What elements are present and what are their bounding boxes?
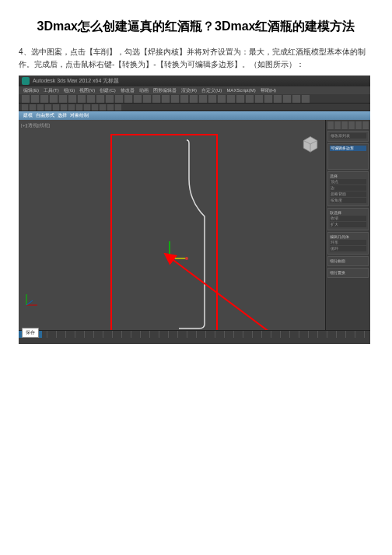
- tab-icon[interactable]: [355, 121, 362, 129]
- titlebar: Autodesk 3ds Max 2012 x64 无标题: [19, 76, 370, 86]
- param-row[interactable]: 边: [330, 185, 366, 191]
- rollout-header[interactable]: 细分曲面: [330, 258, 366, 263]
- menu-tools[interactable]: 工具(T): [44, 86, 59, 94]
- tool-icon[interactable]: [283, 95, 291, 103]
- tool-icon[interactable]: [68, 104, 75, 111]
- menu-script[interactable]: MAXScript(M): [226, 86, 255, 94]
- menu-help[interactable]: 帮助(H): [261, 86, 276, 94]
- tool-icon[interactable]: [264, 95, 272, 103]
- ribbon-tab[interactable]: 选择: [58, 111, 67, 120]
- secondary-toolbar[interactable]: [19, 104, 370, 111]
- tool-icon[interactable]: [76, 104, 82, 111]
- tool-icon[interactable]: [37, 104, 44, 111]
- menu-custom[interactable]: 自定义(U): [201, 86, 222, 94]
- rollout-header[interactable]: 细分置换: [330, 270, 366, 275]
- main-toolbar[interactable]: [19, 94, 370, 104]
- param-row[interactable]: 扩大: [330, 222, 366, 227]
- tool-icon[interactable]: [59, 95, 67, 103]
- panel-tabs[interactable]: [327, 121, 369, 129]
- menu-anim[interactable]: 动画: [139, 86, 149, 94]
- viewcube-icon[interactable]: [302, 135, 319, 153]
- rollout-header[interactable]: 软选择: [330, 210, 366, 215]
- modifier-list[interactable]: 修改器列表: [330, 133, 366, 139]
- tool-icon[interactable]: [115, 104, 121, 111]
- rollout-header[interactable]: 编辑几何体: [330, 234, 366, 239]
- tool-icon[interactable]: [292, 95, 300, 103]
- tab-icon[interactable]: [327, 121, 334, 129]
- tab-icon[interactable]: [334, 121, 341, 129]
- ribbon-tab[interactable]: 自由形式: [36, 111, 54, 120]
- tool-icon[interactable]: [107, 104, 114, 111]
- tool-icon[interactable]: [246, 95, 254, 103]
- tool-icon[interactable]: [68, 95, 76, 103]
- app-title: Autodesk 3ds Max 2012 x64 无标题: [33, 77, 119, 85]
- tool-icon[interactable]: [45, 104, 51, 111]
- ribbon-tab[interactable]: 建模: [23, 111, 33, 120]
- tool-icon[interactable]: [40, 95, 48, 103]
- menu-view[interactable]: 视图(V): [79, 86, 95, 94]
- tab-icon[interactable]: [341, 121, 348, 129]
- tool-icon[interactable]: [31, 95, 39, 103]
- menu-modifiers[interactable]: 修改器: [121, 86, 135, 94]
- tool-icon[interactable]: [134, 95, 142, 103]
- tool-icon[interactable]: [22, 95, 30, 103]
- tool-icon[interactable]: [106, 95, 114, 103]
- param-row[interactable]: 顶点: [330, 179, 366, 184]
- tool-icon[interactable]: [236, 95, 244, 103]
- ribbon-tab[interactable]: 对象绘制: [70, 111, 89, 120]
- tool-icon[interactable]: [30, 104, 36, 111]
- tab-icon[interactable]: [348, 121, 355, 129]
- param-row[interactable]: 按角度: [330, 198, 366, 203]
- app-icon: [22, 77, 30, 85]
- tool-icon[interactable]: [171, 95, 179, 103]
- tool-icon[interactable]: [53, 104, 59, 111]
- tool-icon[interactable]: [218, 95, 226, 103]
- param-row[interactable]: 收缩: [330, 216, 366, 221]
- rollout-header[interactable]: 选择: [330, 174, 366, 178]
- viewport-label: [+][透视][线框]: [21, 122, 51, 129]
- tool-icon[interactable]: [199, 95, 207, 103]
- ribbon[interactable]: 建模 自由形式 选择 对象绘制: [19, 111, 370, 120]
- tool-icon[interactable]: [190, 95, 198, 103]
- tool-icon[interactable]: [115, 95, 123, 103]
- world-axis-icon: [23, 291, 40, 308]
- tool-icon[interactable]: [87, 95, 95, 103]
- timeline[interactable]: [19, 330, 370, 344]
- screenshot: Autodesk 3ds Max 2012 x64 无标题 编辑(E) 工具(T…: [19, 76, 370, 344]
- param-row[interactable]: 循环: [330, 246, 366, 251]
- tool-icon[interactable]: [78, 95, 86, 103]
- article-title: 3Dmax怎么创建逼真的红酒瓶？3Dmax红酒瓶的建模方法: [19, 19, 373, 35]
- tool-icon[interactable]: [274, 95, 282, 103]
- menubar[interactable]: 编辑(E) 工具(T) 组(G) 视图(V) 创建(C) 修改器 动画 图形编辑…: [19, 86, 370, 94]
- menu-render[interactable]: 渲染(R): [181, 86, 197, 94]
- tool-icon[interactable]: [227, 95, 235, 103]
- tool-icon[interactable]: [143, 95, 151, 103]
- tab-icon[interactable]: [362, 121, 369, 129]
- command-panel[interactable]: 修改器列表 可编辑多边形 选择 顶点 边 忽略背面 按角度 软选择 收缩 扩大: [325, 120, 370, 330]
- tool-icon[interactable]: [124, 95, 132, 103]
- tool-icon[interactable]: [61, 104, 67, 111]
- tool-icon[interactable]: [96, 95, 104, 103]
- tool-icon[interactable]: [162, 95, 170, 103]
- menu-graph[interactable]: 图形编辑器: [153, 86, 177, 94]
- viewport[interactable]: [+][透视][线框]: [19, 120, 325, 330]
- tool-icon[interactable]: [208, 95, 216, 103]
- svg-line-9: [26, 300, 33, 305]
- tool-icon[interactable]: [84, 104, 90, 111]
- tool-icon[interactable]: [100, 104, 106, 111]
- timeline-ruler[interactable]: [19, 331, 370, 338]
- tool-icon[interactable]: [180, 95, 188, 103]
- menu-create[interactable]: 创建(C): [100, 86, 115, 94]
- tool-icon[interactable]: [255, 95, 263, 103]
- tool-icon[interactable]: [302, 95, 310, 103]
- menu-edit[interactable]: 编辑(E): [23, 86, 39, 94]
- tool-icon[interactable]: [92, 104, 98, 111]
- save-button[interactable]: 保存: [22, 328, 39, 338]
- param-row[interactable]: 忽略背面: [330, 191, 366, 197]
- menu-group[interactable]: 组(G): [64, 86, 75, 94]
- stack-item[interactable]: 可编辑多边形: [330, 146, 366, 151]
- tool-icon[interactable]: [22, 104, 28, 111]
- tool-icon[interactable]: [50, 95, 58, 103]
- param-row[interactable]: 环形: [330, 240, 366, 245]
- tool-icon[interactable]: [152, 95, 160, 103]
